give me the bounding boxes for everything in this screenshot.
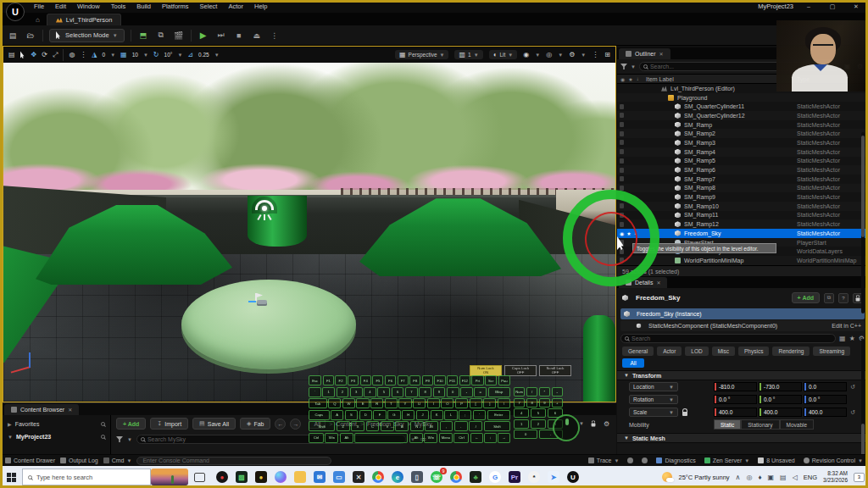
maximize-viewport-icon[interactable]: ⊞ [604, 51, 610, 58]
revision-control-dropdown[interactable]: Revision Control▼ [804, 458, 863, 463]
viewport-options-icon[interactable]: ▤ [8, 51, 15, 58]
weather-text[interactable]: 25°C Partly sunny [678, 474, 729, 481]
save-icon[interactable]: ▤ [7, 30, 19, 42]
scale-dropdown[interactable]: Scale▼ [629, 408, 678, 417]
move-tool-icon[interactable]: ✥ [31, 51, 37, 58]
pin-column-icon[interactable]: ↓ [637, 76, 639, 82]
rotation-z-field[interactable]: 0.0 ° [804, 395, 847, 404]
outliner-row[interactable]: SM_RampStaticMeshActor [617, 120, 868, 130]
menu-help[interactable]: Help [254, 3, 267, 10]
scale-z-field[interactable]: 400.0 [804, 408, 847, 417]
weather-icon[interactable] [662, 472, 672, 482]
show-flags-icon[interactable]: ◉ [523, 51, 529, 58]
rotation-y-field[interactable]: 0.0 ° [759, 395, 802, 404]
search-icon[interactable] [101, 422, 105, 426]
scale-snap-value[interactable]: 0.25 [198, 52, 209, 58]
back-icon[interactable]: ← [275, 419, 286, 430]
blueprint-convert-icon[interactable]: ⧉ [824, 293, 834, 303]
forward-icon[interactable]: → [290, 419, 301, 430]
menu-file[interactable]: File [34, 3, 44, 10]
outliner-scrollbar[interactable] [861, 132, 865, 313]
snip-icon[interactable]: ▧ [236, 471, 248, 483]
menu-build[interactable]: Build [136, 3, 151, 10]
favorite-column-icon[interactable]: ★ [628, 76, 632, 82]
location-dropdown[interactable]: Location▼ [629, 382, 678, 391]
menu-actor[interactable]: Actor [228, 3, 243, 10]
chatgpt-icon[interactable]: * [528, 471, 540, 483]
outliner-row[interactable]: SM_Ramp5StaticMeshActor [617, 157, 868, 166]
unsaved-button[interactable]: 8 Unsaved [758, 458, 794, 463]
tab-outliner[interactable]: Outliner ✕ [619, 48, 670, 59]
lit-dropdown[interactable]: ◐Lit▼ [489, 50, 518, 59]
add-button[interactable]: + Add [116, 418, 146, 430]
start-button[interactable] [0, 466, 22, 488]
reset-icon[interactable]: ↺ [850, 384, 855, 391]
cmd-dropdown[interactable]: Cmd▼ [103, 458, 132, 463]
unreal-icon[interactable]: U [567, 471, 579, 483]
powertoys-icon[interactable]: ● [255, 471, 267, 483]
rotation-snap-icon[interactable]: ↻ [153, 51, 159, 58]
scale-tool-icon[interactable]: ⤢ [53, 51, 58, 59]
outliner-row[interactable]: ◉★↓Freedom_SkyStaticMeshActor [617, 229, 868, 238]
static-mesh-section-header[interactable]: ▼Static Mesh [617, 433, 868, 443]
stop-button[interactable]: ■ [233, 30, 245, 42]
content-drawer-button[interactable]: Content Drawer [5, 458, 55, 463]
tab-general[interactable]: General [622, 347, 654, 356]
search-icon[interactable] [101, 435, 105, 439]
device-icon[interactable]: ▭ [333, 471, 345, 483]
clock[interactable]: 8:32 AM 3/23/2026 [823, 470, 848, 484]
view-modes-icon[interactable]: ◎ [546, 51, 552, 58]
reset-icon[interactable]: ↺ [850, 409, 855, 416]
trace-dropdown[interactable]: Trace▼ [588, 458, 620, 463]
scale-lock-icon[interactable] [682, 412, 687, 416]
chrome-profile2-icon[interactable] [450, 471, 462, 483]
outliner-row[interactable]: SM_Ramp6StaticMeshActor [617, 165, 868, 175]
scale-x-field[interactable]: 400.0 [714, 408, 757, 417]
notification-icon[interactable]: 3 [854, 473, 865, 482]
chrome-icon[interactable] [372, 471, 384, 483]
viewport[interactable]: ▤ ✥ ⟳ ⤢ ◍ ⋮ ◮ 0▼ ▦ 10▼ ↻ 10°▼ ⊿ 0.25▼ ▦P… [3, 46, 616, 402]
add-actor-icon[interactable]: ⬒ [137, 30, 149, 42]
home-icon[interactable]: ⌂ [36, 16, 40, 24]
selection-mode-dropdown[interactable]: Selection Mode ▼ [49, 29, 125, 42]
phone-link-icon[interactable]: ▯ [411, 471, 423, 483]
pin-icon[interactable]: ↓ [634, 230, 637, 236]
surface-snap-icon[interactable]: ◮ [92, 51, 97, 58]
outliner-row[interactable]: SM_Ramp10StaticMeshActor [617, 202, 868, 211]
whatsapp-icon[interactable]: ☏9 [431, 471, 442, 483]
tab-misc[interactable]: Misc [712, 347, 735, 356]
surface-snap-value[interactable]: 0 [103, 52, 106, 58]
menu-select[interactable]: Select [200, 3, 218, 10]
import-button[interactable]: ↧Import [150, 418, 188, 430]
blueprints-icon[interactable]: ⧉ [155, 30, 167, 42]
outliner-row[interactable]: SM_Ramp9StaticMeshActor [617, 192, 868, 202]
outliner-row[interactable]: SM_Ramp12StaticMeshActor [617, 219, 868, 229]
console-command-input[interactable]: Enter Console Command [136, 457, 331, 465]
outliner-row[interactable]: SM_QuarterCylinder12StaticMeshActor [617, 111, 868, 120]
rotation-x-field[interactable]: 0.0 ° [714, 395, 757, 404]
tab-physics[interactable]: Physics [738, 347, 769, 356]
tab-level[interactable]: Lvl_ThirdPerson [47, 14, 122, 25]
edge-icon[interactable]: e [392, 471, 403, 483]
location-x-field[interactable]: -810.0 [714, 382, 757, 391]
player-start-sprite-icon[interactable] [255, 293, 269, 307]
grid-snap-icon[interactable]: ▦ [120, 51, 127, 58]
mobility-stationary[interactable]: Stationary [741, 419, 779, 430]
item-label-column[interactable]: Item Label [646, 76, 674, 82]
visibility-eye-icon[interactable]: ◉ [620, 230, 624, 236]
taskbar-search-input[interactable]: Type here to search [22, 469, 151, 485]
plant-app-icon[interactable]: ♣ [470, 471, 481, 483]
language-indicator[interactable]: ENG [804, 474, 817, 481]
zen-server-dropdown[interactable]: Zen Server▼ [704, 458, 750, 463]
task-view-icon[interactable] [194, 473, 205, 482]
grid-snap-value[interactable]: 10 [132, 52, 138, 58]
menu-platforms[interactable]: Platforms [162, 3, 189, 10]
outlook-icon[interactable]: ✉ [314, 471, 326, 483]
outliner-row[interactable]: SM_Ramp8StaticMeshActor [617, 184, 868, 193]
tab-all[interactable]: All [622, 358, 644, 368]
rotation-dropdown[interactable]: Rotation▼ [629, 395, 678, 404]
rotate-tool-icon[interactable]: ⟳ [42, 51, 47, 58]
network-icon[interactable]: ▤ [780, 474, 787, 481]
viewport-settings-icon[interactable]: ⚙ [569, 51, 575, 58]
outliner-row[interactable]: SM_Ramp7StaticMeshActor [617, 175, 868, 184]
